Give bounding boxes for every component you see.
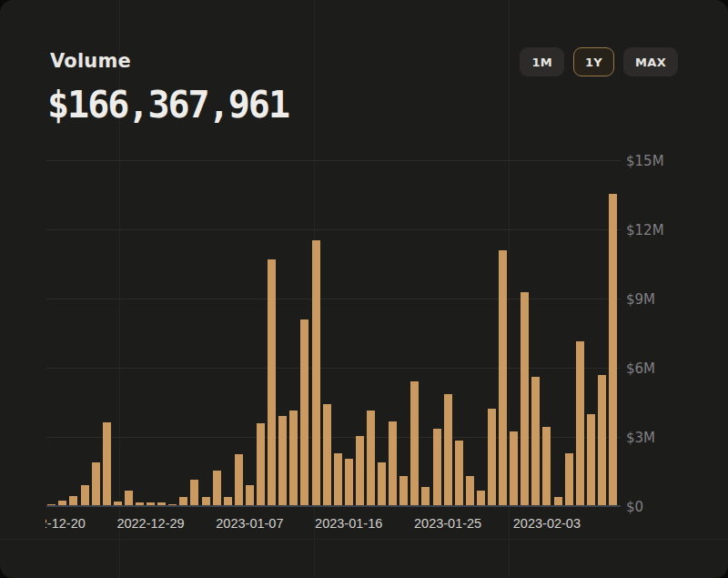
volume-bar[interactable]: [246, 485, 254, 505]
volume-bar[interactable]: [81, 485, 89, 505]
h-gridline: [46, 229, 621, 230]
volume-bar[interactable]: [147, 502, 155, 505]
x-axis-label: 2022-12-29: [116, 516, 184, 531]
volume-bar[interactable]: [58, 501, 66, 505]
x-axis-baseline: [46, 505, 621, 507]
volume-bar[interactable]: [378, 462, 386, 505]
volume-bar[interactable]: [576, 341, 584, 505]
volume-bar[interactable]: [421, 487, 430, 505]
y-axis-label: $3M: [626, 430, 655, 446]
range-selector: 1M 1Y MAX: [520, 47, 678, 76]
volume-bar[interactable]: [345, 459, 353, 505]
y-axis-label: $0: [626, 499, 643, 515]
range-button-max[interactable]: MAX: [623, 47, 678, 76]
volume-bar[interactable]: [257, 423, 265, 505]
volume-bar[interactable]: [433, 429, 441, 505]
volume-bar[interactable]: [300, 319, 308, 505]
volume-bar[interactable]: [499, 250, 507, 505]
y-axis-label: $15M: [626, 153, 664, 169]
volume-bar[interactable]: [312, 240, 320, 505]
volume-bar[interactable]: [278, 416, 287, 505]
volume-bar[interactable]: [367, 411, 375, 505]
volume-bar[interactable]: [47, 504, 56, 505]
volume-bar[interactable]: [466, 476, 474, 505]
volume-bar[interactable]: [125, 491, 133, 505]
volume-bar[interactable]: [598, 375, 606, 505]
volume-bar[interactable]: [289, 411, 298, 505]
volume-bar[interactable]: [69, 496, 77, 505]
x-axis-label: 2023-01-25: [414, 516, 481, 531]
volume-bar[interactable]: [542, 427, 551, 505]
h-gridline: [46, 160, 621, 161]
volume-bar[interactable]: [224, 497, 232, 505]
x-axis-label: 2022-12-20: [46, 516, 86, 531]
volume-bar[interactable]: [334, 453, 342, 505]
chart-title: Volume: [50, 50, 131, 72]
volume-bar[interactable]: [399, 476, 408, 505]
volume-bar[interactable]: [587, 414, 595, 505]
volume-bar[interactable]: [455, 441, 463, 505]
volume-card: Volume $166,367,961 1M 1Y MAX $0$3M$6M$9…: [0, 0, 728, 578]
volume-bar[interactable]: [168, 504, 177, 505]
volume-bar[interactable]: [389, 421, 397, 505]
x-axis-label: 2023-02-03: [513, 516, 581, 531]
volume-bar[interactable]: [521, 292, 529, 505]
h-gridline: [46, 299, 621, 299]
volume-bar[interactable]: [202, 497, 210, 505]
volume-bar[interactable]: [103, 422, 111, 505]
volume-bar[interactable]: [179, 497, 187, 505]
volume-bar[interactable]: [268, 259, 276, 505]
x-axis-label: 2023-01-16: [315, 516, 382, 531]
page: { "card": { "title": "Volume", "amount":…: [0, 0, 728, 578]
volume-bar[interactable]: [531, 377, 540, 505]
volume-bar[interactable]: [323, 404, 331, 505]
y-axis-label: $12M: [626, 222, 664, 238]
volume-bar[interactable]: [190, 480, 198, 505]
volume-bar[interactable]: [235, 454, 243, 505]
volume-bar[interactable]: [609, 194, 617, 505]
volume-bar[interactable]: [565, 453, 573, 505]
range-button-1m[interactable]: 1M: [520, 47, 564, 76]
volume-bar[interactable]: [554, 497, 562, 505]
volume-bar[interactable]: [114, 502, 122, 505]
total-volume-amount: $166,367,961: [47, 84, 288, 126]
volume-bar[interactable]: [356, 436, 364, 505]
y-axis-label: $6M: [626, 360, 655, 377]
volume-bar-chart[interactable]: $0$3M$6M$9M$12M$15M2022-12-202022-12-292…: [46, 146, 692, 546]
volume-bar[interactable]: [157, 502, 166, 505]
volume-bar[interactable]: [213, 471, 221, 505]
volume-bar[interactable]: [444, 394, 452, 505]
volume-bar[interactable]: [92, 462, 100, 505]
y-axis-label: $9M: [626, 291, 655, 308]
h-gridline: [46, 368, 621, 369]
volume-bar[interactable]: [410, 381, 419, 505]
volume-bar[interactable]: [477, 491, 485, 505]
range-button-1y[interactable]: 1Y: [573, 47, 614, 76]
volume-bar[interactable]: [488, 409, 496, 505]
volume-bar[interactable]: [510, 431, 518, 505]
volume-bar[interactable]: [136, 502, 144, 505]
x-axis-label: 2023-01-07: [216, 516, 283, 531]
